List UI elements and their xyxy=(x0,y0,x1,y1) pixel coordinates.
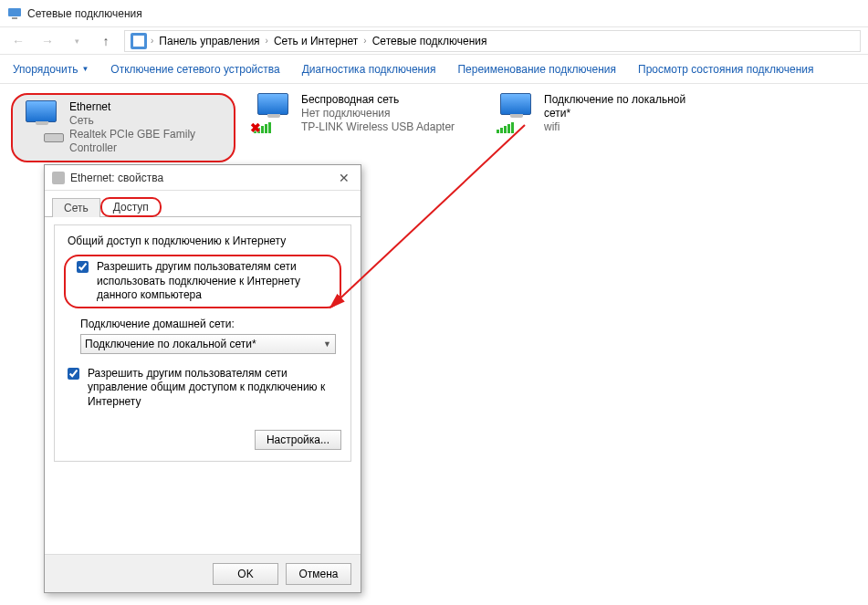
allow-control-label: Разрешить другим пользователям сети упра… xyxy=(88,367,341,410)
chevron-down-icon: ▼ xyxy=(81,65,89,73)
organize-menu[interactable]: Упорядочить▼ xyxy=(13,63,89,76)
ethernet-icon xyxy=(22,100,66,141)
chevron-right-icon: › xyxy=(266,36,268,46)
adapter-status: Нет подключения xyxy=(301,107,455,120)
ethernet-properties-dialog: Ethernet: свойства ✕ Сеть Доступ Общий д… xyxy=(44,164,361,593)
chevron-right-icon: › xyxy=(151,36,153,46)
svg-rect-0 xyxy=(8,8,21,16)
breadcrumb-item[interactable]: Сеть и Интернет xyxy=(272,35,360,47)
app-icon xyxy=(7,6,22,21)
control-panel-icon xyxy=(131,33,147,49)
adapter-desc: TP-LINK Wireless USB Adapter xyxy=(301,120,455,134)
home-connection-select[interactable]: Подключение по локальной сети* ▼ xyxy=(80,334,336,354)
wifi-on-icon xyxy=(497,93,540,133)
breadcrumb-item[interactable]: Сетевые подключения xyxy=(371,35,489,47)
adapter-name: Беспроводная сеть xyxy=(301,93,455,107)
nic-icon xyxy=(52,172,65,184)
ok-button[interactable]: OK xyxy=(213,563,278,585)
nav-forward-button[interactable]: → xyxy=(37,30,58,52)
home-connection-label: Подключение домашней сети: xyxy=(80,318,341,330)
diagnose-button[interactable]: Диагностика подключения xyxy=(302,63,436,76)
dialog-title: Ethernet: свойства xyxy=(70,172,163,184)
tab-sharing[interactable]: Доступ xyxy=(100,197,162,217)
breadcrumb[interactable]: › Панель управления › Сеть и Интернет › … xyxy=(124,30,861,52)
allow-control-checkbox[interactable] xyxy=(68,368,79,380)
rename-button[interactable]: Переименование подключения xyxy=(457,63,616,76)
breadcrumb-item[interactable]: Панель управления xyxy=(157,35,261,47)
disable-device-button[interactable]: Отключение сетевого устройства xyxy=(110,63,279,76)
wifi-off-icon: ✖ xyxy=(254,93,298,133)
allow-sharing-label: Разрешить другим пользователям сети испо… xyxy=(97,260,332,303)
adapter-status: wifi xyxy=(544,120,688,134)
cancel-button[interactable]: Отмена xyxy=(286,563,351,585)
nav-back-button[interactable]: ← xyxy=(7,30,29,52)
tab-network[interactable]: Сеть xyxy=(52,198,100,217)
svg-rect-1 xyxy=(12,17,17,19)
adapter-status: Сеть xyxy=(69,114,225,128)
chevron-right-icon: › xyxy=(363,36,366,46)
adapter-local[interactable]: Подключение по локальной сети* wifi xyxy=(497,93,688,134)
adapter-wireless[interactable]: ✖ Беспроводная сеть Нет подключения TP-L… xyxy=(254,93,478,134)
nav-recent-dropdown[interactable]: ▾ xyxy=(66,30,88,52)
settings-button[interactable]: Настройка... xyxy=(255,430,341,450)
adapter-name: Подключение по локальной сети* xyxy=(544,93,688,120)
sharing-group-label: Общий доступ к подключению к Интернету xyxy=(64,235,289,247)
adapter-name: Ethernet xyxy=(69,100,225,114)
allow-sharing-row: Разрешить другим пользователям сети испо… xyxy=(64,255,341,308)
adapter-ethernet[interactable]: Ethernet Сеть Realtek PCIe GBE Family Co… xyxy=(11,93,235,162)
home-connection-value: Подключение по локальной сети* xyxy=(85,338,256,350)
close-button[interactable]: ✕ xyxy=(335,171,353,185)
adapter-desc: Realtek PCIe GBE Family Controller xyxy=(69,128,225,155)
nav-up-button[interactable]: ↑ xyxy=(95,30,117,52)
allow-sharing-checkbox[interactable] xyxy=(77,261,89,273)
chevron-down-icon: ▼ xyxy=(323,339,331,349)
window-title: Сетевые подключения xyxy=(27,7,142,20)
status-button[interactable]: Просмотр состояния подключения xyxy=(638,63,813,76)
